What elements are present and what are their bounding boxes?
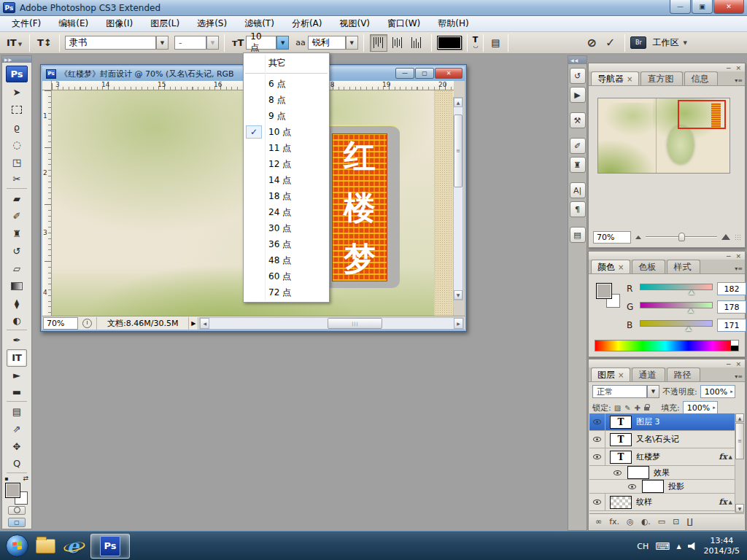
dock-collapse-handle[interactable]: ◀◀ [568, 56, 587, 64]
lock-transparency-icon[interactable]: ▨ [614, 404, 621, 412]
scrollbar-thumb[interactable]: ≡ [735, 423, 744, 459]
panel-menu-icon[interactable]: ▾≡ [735, 77, 743, 84]
menubar-item[interactable]: 窗口(W) [379, 16, 429, 31]
cancel-edits-button[interactable]: ⊘ [583, 36, 601, 50]
restore-button[interactable]: ▣ [692, 0, 713, 14]
layer-name[interactable]: 图层 3 [636, 416, 731, 427]
font-size-menu-item[interactable]: 6 点 [244, 76, 329, 92]
channel-value-input[interactable]: 182 [717, 282, 746, 295]
doc-close-button[interactable]: ✕ [435, 68, 462, 79]
collapse-arrow-icon[interactable]: ▲ [729, 454, 735, 460]
resize-grip[interactable] [735, 234, 740, 240]
panel-tab[interactable]: 样式 [667, 260, 700, 273]
layer-row[interactable]: T 又名\石头记 [589, 431, 735, 448]
menubar-item[interactable]: 编辑(E) [50, 16, 97, 31]
menubar-item[interactable]: 选择(S) [188, 16, 236, 31]
keyboard-icon[interactable]: ⌨ [655, 540, 670, 552]
visibility-toggle[interactable] [589, 413, 605, 430]
menu-item-other[interactable]: 其它 [244, 55, 329, 71]
scroll-right-button[interactable]: ▶ [454, 318, 463, 329]
layer-name[interactable]: 投影 [668, 481, 731, 492]
layer-thumbnail[interactable]: T [610, 416, 632, 429]
brushes-button[interactable]: ✐ [570, 138, 586, 154]
foreground-color-swatch[interactable] [5, 483, 20, 498]
minimize-button[interactable]: — [670, 0, 691, 14]
character-button[interactable]: A| [570, 182, 586, 198]
font-family-select[interactable]: 隶书 ▼ [65, 36, 169, 50]
swap-colors-icon[interactable]: ⇄ [23, 475, 28, 482]
panel-tab[interactable]: 色板 [632, 260, 665, 273]
layers-scrollbar[interactable]: ▲ ≡ ▼ [735, 413, 744, 513]
visibility-toggle[interactable] [626, 480, 638, 493]
move-tool[interactable]: ➤ [7, 84, 27, 101]
black-swatch[interactable] [731, 346, 738, 351]
channel-slider[interactable] [640, 319, 713, 332]
toolbox-collapse-handle[interactable]: ▶▶ [2, 56, 31, 63]
hand-tool[interactable]: ✥ [7, 438, 27, 456]
tab-close-icon[interactable]: × [618, 263, 624, 271]
layer-thumbnail[interactable] [642, 480, 664, 493]
font-size-menu-item[interactable]: 24 点 [244, 204, 329, 220]
menubar-item[interactable]: 分析(A) [283, 16, 331, 31]
lock-position-icon[interactable]: ✚ [635, 404, 640, 412]
chevron-down-icon[interactable]: ▼ [276, 36, 289, 50]
zoom-out-icon[interactable] [635, 236, 641, 239]
visibility-toggle[interactable] [589, 494, 605, 510]
scroll-up-button[interactable]: ▲ [735, 413, 744, 422]
bridge-button[interactable]: Br [630, 36, 646, 49]
panel-minimize-icon[interactable]: − [726, 360, 732, 368]
navigator-view-box[interactable] [678, 100, 726, 129]
clone-source-button[interactable]: ♜ [570, 157, 586, 173]
navigator-thumbnail[interactable] [597, 98, 730, 174]
panel-tab[interactable]: 直方图 [640, 71, 683, 85]
screen-mode-button[interactable]: ▢ [8, 518, 26, 527]
clock[interactable]: 13:44 2014/3/5 [704, 536, 744, 556]
link-layers-button[interactable]: ∞ [595, 517, 602, 526]
channel-slider[interactable] [640, 282, 713, 295]
delete-layer-button[interactable]: ∐ [686, 517, 692, 526]
chevron-down-icon[interactable]: ▼ [346, 36, 358, 50]
photoshop-taskbar-button[interactable]: Ps [90, 534, 130, 559]
status-options-button[interactable]: ▶ [189, 317, 198, 330]
menubar-item[interactable]: 滤镜(T) [236, 16, 283, 31]
doc-minimize-button[interactable]: — [395, 68, 414, 79]
menubar-item[interactable]: 图层(L) [142, 16, 188, 31]
panel-tab[interactable]: 信息 [684, 71, 718, 85]
panel-tab[interactable]: 通道 [632, 368, 665, 381]
panel-tab[interactable]: 颜色× [591, 260, 630, 273]
hidden-icons-button[interactable]: ▲ [676, 543, 681, 550]
slider-marker[interactable] [688, 308, 694, 313]
paragraph-button[interactable]: ¶ [570, 201, 586, 217]
blur-tool[interactable]: ⧫ [7, 295, 27, 313]
scroll-down-button[interactable]: ▼ [735, 504, 744, 513]
zoom-tool[interactable]: Q [7, 456, 27, 473]
quick-mask-button[interactable] [8, 506, 26, 516]
path-select-tool[interactable]: ► [7, 367, 27, 384]
lock-paint-icon[interactable]: ✎ [624, 404, 630, 412]
chevron-down-icon[interactable]: ▼ [647, 385, 659, 398]
new-layer-button[interactable]: ⊡ [673, 517, 679, 526]
workspace-menu[interactable]: 工作区▼ [652, 36, 686, 49]
layer-thumbnail[interactable]: T [610, 451, 632, 464]
layer-style-button[interactable]: fx. [609, 517, 619, 526]
font-size-menu-item[interactable]: 18 点 [244, 188, 329, 204]
tool-presets-button[interactable]: ⚒ [570, 112, 586, 128]
menubar-item[interactable]: 视图(V) [330, 16, 379, 31]
scroll-left-button[interactable]: ◀ [200, 318, 209, 329]
tab-close-icon[interactable]: × [627, 75, 632, 83]
gradient-tool[interactable] [7, 278, 27, 295]
text-color-swatch[interactable] [437, 36, 462, 50]
font-size-menu-item[interactable]: 14 点 [244, 172, 329, 188]
default-colors-icon[interactable]: ▪ [4, 475, 8, 482]
layer-row[interactable]: 纹样 fx ▲ [589, 494, 735, 511]
type-tool[interactable]: IT [7, 349, 27, 367]
blend-mode-select[interactable]: 正常 ▼ [592, 385, 659, 398]
color-spectrum-ramp[interactable] [595, 340, 739, 351]
language-indicator[interactable]: CH [637, 542, 649, 551]
font-size-menu-item[interactable]: 11 点 [244, 140, 329, 156]
font-size-select[interactable]: 10 点 ▼ [246, 36, 289, 50]
panel-minimize-icon[interactable]: − [726, 252, 732, 260]
panel-close-icon[interactable]: × [735, 252, 741, 260]
start-button[interactable] [6, 534, 28, 557]
adjustment-layer-button[interactable]: ◐. [641, 517, 651, 526]
